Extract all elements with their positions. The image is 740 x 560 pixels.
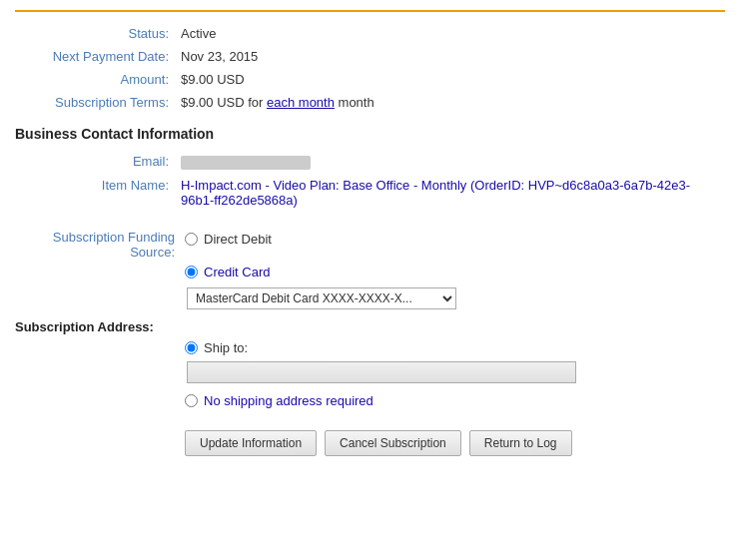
credit-card-label: Credit Card (204, 265, 270, 280)
direct-debit-radio[interactable] (185, 233, 198, 246)
address-content: Ship to: No shipping address required (15, 340, 725, 408)
cancel-subscription-button[interactable]: Cancel Subscription (325, 430, 461, 456)
terms-row: Subscription Terms: $9.00 USD for each m… (15, 91, 725, 114)
direct-debit-label: Direct Debit (204, 232, 272, 247)
no-shipping-link[interactable]: No shipping address required (204, 393, 373, 408)
credit-card-radio[interactable] (185, 266, 198, 279)
button-row: Update Information Cancel Subscription R… (15, 416, 725, 460)
terms-highlight: each month (267, 95, 335, 110)
business-info-table: Email: Item Name: H-Impact.com - Video P… (15, 150, 725, 212)
update-information-button[interactable]: Update Information (185, 430, 317, 456)
email-row: Email: (15, 150, 725, 174)
email-blurred (181, 156, 311, 170)
terms-label: Subscription Terms: (15, 91, 175, 114)
status-label: Status: (15, 22, 175, 45)
funding-content: Direct Debit Credit Card MasterCard Debi… (185, 228, 725, 309)
subscription-info-table: Status: Active Next Payment Date: Nov 23… (15, 22, 725, 114)
status-row: Status: Active (15, 22, 725, 45)
credit-card-option[interactable]: Credit Card (185, 265, 725, 280)
next-payment-label: Next Payment Date: (15, 45, 175, 68)
address-heading: Subscription Address: (15, 319, 725, 334)
email-value (175, 150, 725, 174)
funding-section: Subscription Funding Source: Direct Debi… (15, 224, 725, 313)
next-payment-value: Nov 23, 2015 (175, 45, 725, 68)
ship-to-label: Ship to: (204, 340, 248, 355)
amount-value: $9.00 USD (175, 68, 725, 91)
address-section: Subscription Address: Ship to: No shippi… (15, 319, 725, 408)
business-contact-heading: Business Contact Information (15, 126, 725, 142)
return-to-log-button[interactable]: Return to Log (469, 430, 572, 456)
item-name-label: Item Name: (15, 174, 175, 212)
status-value: Active (175, 22, 725, 45)
item-name-link[interactable]: H-Impact.com - Video Plan: Base Office -… (181, 178, 690, 208)
ship-to-dropdown[interactable] (187, 361, 576, 383)
no-shipping-option[interactable]: No shipping address required (185, 393, 725, 408)
email-label: Email: (15, 150, 175, 174)
no-shipping-radio[interactable] (185, 394, 198, 407)
item-name-row: Item Name: H-Impact.com - Video Plan: Ba… (15, 174, 725, 212)
next-payment-row: Next Payment Date: Nov 23, 2015 (15, 45, 725, 68)
amount-row: Amount: $9.00 USD (15, 68, 725, 91)
amount-label: Amount: (15, 68, 175, 91)
funding-row: Subscription Funding Source: Direct Debi… (15, 224, 725, 313)
funding-label: Subscription Funding Source: (15, 228, 185, 260)
item-name-value: H-Impact.com - Video Plan: Base Office -… (175, 174, 725, 212)
terms-value: $9.00 USD for each month month (175, 91, 725, 114)
direct-debit-option[interactable]: Direct Debit (185, 232, 725, 247)
ship-to-option[interactable]: Ship to: (185, 340, 725, 355)
credit-card-dropdown[interactable]: MasterCard Debit Card XXXX-XXXX-X... (187, 287, 456, 309)
ship-to-radio[interactable] (185, 341, 198, 354)
